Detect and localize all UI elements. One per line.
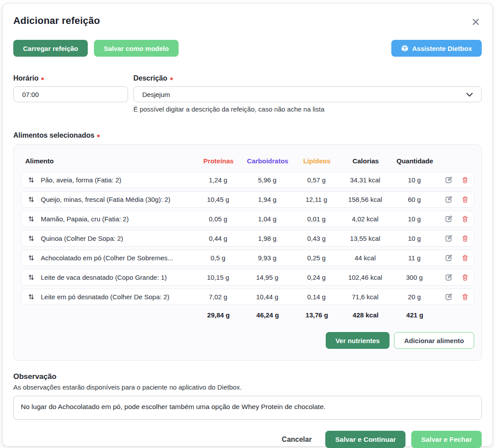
food-name: Quinoa (Colher De Sopa: 2) [41,235,194,242]
modal-header: Adicionar refeição [13,4,482,28]
food-protein: 7,02 g [194,293,242,301]
edit-icon [444,218,452,224]
food-protein: 10,45 g [194,196,242,203]
food-carbs: 1,94 g [242,196,292,203]
trash-icon [461,276,469,283]
food-quantity: 10 g [390,176,439,184]
drag-handle[interactable] [21,176,41,184]
save-and-continue-button[interactable]: Salvar e Continuar [325,431,405,448]
edit-food-button[interactable] [444,214,453,224]
toolbar: Carregar refeição Salvar como modelo Ass… [13,40,482,57]
food-name: Pão, aveia, forma (Fatia: 2) [41,176,194,184]
food-quantity: 11 g [390,254,439,262]
trash-icon [461,237,469,244]
food-quantity: 20 g [390,293,439,301]
close-icon [472,21,480,27]
trash-icon [461,218,469,224]
column-header-quantity: Quantidade [390,157,440,165]
food-calories: 4,02 kcal [341,215,390,223]
food-protein: 10,15 g [194,274,242,281]
drag-handle[interactable] [21,235,41,242]
delete-food-button[interactable] [460,175,470,185]
modal-title: Adicionar refeição [13,15,100,27]
total-fat: 13,76 g [292,311,341,319]
close-button[interactable] [470,16,482,28]
delete-food-button[interactable] [460,195,470,205]
total-quantity: 421 g [390,311,440,319]
delete-food-button[interactable] [460,292,470,302]
column-header-carbs: Carboidratos [243,157,292,165]
save-as-template-button[interactable]: Salvar como modelo [94,40,179,57]
drag-handle[interactable] [21,254,41,262]
food-fat: 0,25 g [292,254,341,262]
trash-icon [461,296,469,302]
food-row: Mamão, Papaia, cru (Fatia: 2) 0,05 g 1,0… [21,211,474,227]
food-carbs: 5,96 g [242,176,292,184]
see-nutrients-button[interactable]: Ver nutrientes [326,332,390,349]
food-carbs: 14,95 g [242,274,292,281]
food-protein: 0,44 g [194,235,242,242]
food-carbs: 1,04 g [242,215,292,223]
food-row: Leite de vaca desnatado (Copo Grande: 1)… [21,269,474,286]
time-input[interactable] [13,86,128,102]
food-calories: 13,55 kcal [341,235,390,242]
delete-food-button[interactable] [460,214,470,224]
food-fat: 0,14 g [292,293,341,301]
column-header-calories: Calorias [341,157,390,165]
cube-icon [401,44,409,52]
column-header-food: Alimento [25,157,194,165]
food-quantity: 10 g [390,235,439,242]
food-fat: 0,57 g [292,176,341,184]
food-list: Pão, aveia, forma (Fatia: 2) 1,24 g 5,96… [21,172,474,305]
sort-arrows-icon [27,196,35,203]
sort-arrows-icon [27,254,35,262]
food-row: Quinoa (Colher De Sopa: 2) 0,44 g 1,98 g… [21,230,474,247]
foods-table-header: Alimento Proteínas Carboidratos Lipídeos… [21,152,474,172]
drag-handle[interactable] [21,293,41,301]
description-help-text: É possível digitar a descrição da refeiç… [133,105,482,113]
delete-food-button[interactable] [460,234,470,243]
food-fat: 0,01 g [292,215,341,223]
observation-textarea[interactable]: No lugar do Achocolatado em pó, pode esc… [13,396,482,420]
description-field-group: Descrição Desjejum É possível digitar a … [133,74,482,113]
drag-handle[interactable] [21,215,41,223]
cancel-button[interactable]: Cancelar [274,436,320,444]
edit-food-button[interactable] [444,175,453,185]
edit-food-button[interactable] [444,273,453,282]
edit-food-button[interactable] [444,292,453,302]
required-dot [97,135,100,137]
foods-table: Alimento Proteínas Carboidratos Lipídeos… [13,144,482,361]
delete-food-button[interactable] [460,253,470,263]
food-carbs: 10,44 g [242,293,292,301]
food-calories: 71,6 kcal [341,293,390,301]
observation-help-text: As observações estarão disponíveis para … [13,383,482,391]
load-meal-button[interactable]: Carregar refeição [13,40,88,57]
edit-food-button[interactable] [444,195,453,205]
edit-icon [444,276,452,283]
time-label: Horário [13,74,128,82]
edit-food-button[interactable] [444,253,453,263]
food-name: Mamão, Papaia, cru (Fatia: 2) [41,215,194,223]
add-meal-modal: Adicionar refeição Carregar refeição Sal… [3,4,492,446]
sort-arrows-icon [27,215,35,223]
edit-food-button[interactable] [444,234,453,243]
column-header-fat: Lipídeos [292,157,341,165]
food-row: Leite em pó desnatado (Colher De Sopa: 2… [21,289,474,305]
sort-arrows-icon [27,176,35,184]
food-name: Leite de vaca desnatado (Copo Grande: 1) [41,274,194,281]
food-name: Queijo, minas, frescal (Fatia Média (30g… [41,196,194,203]
food-fat: 12,11 g [292,196,341,203]
trash-icon [461,198,469,205]
food-row: Queijo, minas, frescal (Fatia Média (30g… [21,191,474,208]
dietbox-assistant-button[interactable]: Assistente Dietbox [391,40,482,57]
sort-arrows-icon [27,274,35,281]
drag-handle[interactable] [21,274,41,281]
description-select[interactable]: Desjejum [133,86,482,102]
drag-handle[interactable] [21,196,41,203]
description-label: Descrição [133,74,482,82]
description-value: Desjejum [142,91,170,98]
food-quantity: 60 g [390,196,439,203]
add-food-button[interactable]: Adicionar alimento [394,332,474,349]
save-and-close-button[interactable]: Salvar e Fechar [411,431,482,448]
delete-food-button[interactable] [460,273,470,282]
